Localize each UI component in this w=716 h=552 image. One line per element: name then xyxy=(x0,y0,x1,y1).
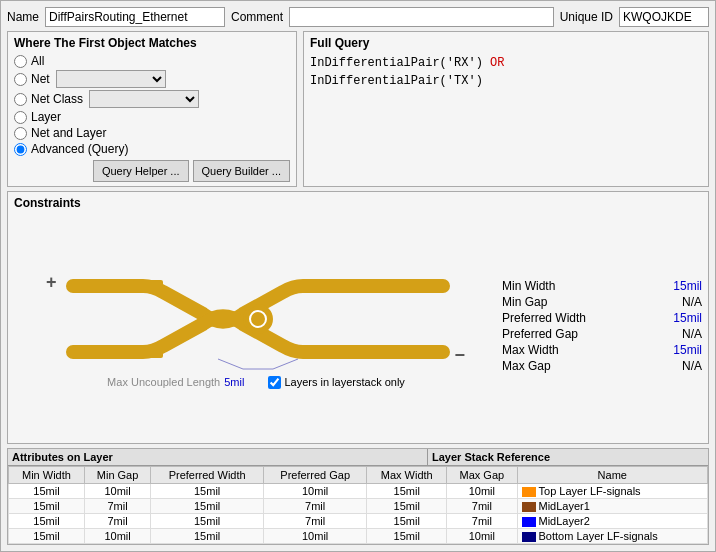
cell-max-gap: 10mil xyxy=(447,483,517,498)
radio-all-label[interactable]: All xyxy=(31,54,44,68)
radio-all[interactable] xyxy=(14,55,27,68)
pref-width-value: 15mil xyxy=(673,311,702,325)
svg-line-7 xyxy=(273,359,298,369)
query-helper-button[interactable]: Query Helper ... xyxy=(93,160,189,182)
max-width-label: Max Width xyxy=(502,343,559,357)
max-gap-value: N/A xyxy=(682,359,702,373)
uniqueid-label: Unique ID xyxy=(560,10,613,24)
cell-max-gap: 10mil xyxy=(447,528,517,543)
radio-advanced-label[interactable]: Advanced (Query) xyxy=(31,142,128,156)
cell-min-width: 15mil xyxy=(9,498,85,513)
diff-pair-svg xyxy=(63,264,453,374)
cell-pref-width: 15mil xyxy=(151,513,264,528)
diagram-area: + xyxy=(14,214,498,439)
name-input[interactable] xyxy=(45,7,225,27)
cell-name: MidLayer1 xyxy=(517,498,707,513)
cell-min-width: 15mil xyxy=(9,528,85,543)
layerstack-header: Layer Stack Reference xyxy=(428,449,708,465)
cell-max-gap: 7mil xyxy=(447,513,517,528)
col-pref-width: Preferred Width xyxy=(151,466,264,483)
radio-netclass-label[interactable]: Net Class xyxy=(31,92,83,106)
cell-name: Top Layer LF-signals xyxy=(517,483,707,498)
radio-row-advanced: Advanced (Query) xyxy=(14,142,290,156)
query-line2: InDifferentialPair('TX') xyxy=(310,72,702,90)
cell-pref-gap: 7mil xyxy=(264,513,367,528)
attributes-table: Min Width Min Gap Preferred Width Prefer… xyxy=(8,466,708,544)
cell-min-gap: 7mil xyxy=(84,498,150,513)
radio-row-netandlayer: Net and Layer xyxy=(14,126,290,140)
cell-min-width: 15mil xyxy=(9,513,85,528)
svg-rect-4 xyxy=(348,280,378,292)
radio-netclass[interactable] xyxy=(14,93,27,106)
radio-netandlayer-label[interactable]: Net and Layer xyxy=(31,126,106,140)
radio-advanced[interactable] xyxy=(14,143,27,156)
table-header-row: Attributes on Layer Layer Stack Referenc… xyxy=(8,449,708,466)
svg-rect-5 xyxy=(348,346,378,358)
cell-pref-width: 15mil xyxy=(151,498,264,513)
query-builder-button[interactable]: Query Builder ... xyxy=(193,160,290,182)
cell-pref-gap: 7mil xyxy=(264,498,367,513)
minus-label: − xyxy=(455,345,466,366)
pref-gap-label: Preferred Gap xyxy=(502,327,578,341)
layers-check-label[interactable]: Layers in layerstack only xyxy=(284,376,404,388)
comment-input[interactable] xyxy=(289,7,554,27)
query-line2-black: InDifferentialPair('TX') xyxy=(310,74,483,88)
cell-min-width: 15mil xyxy=(9,483,85,498)
table-section: Attributes on Layer Layer Stack Referenc… xyxy=(7,448,709,545)
layer-color-swatch xyxy=(522,532,536,542)
constraint-pref-width: Preferred Width 15mil xyxy=(502,311,702,325)
table-body: 15mil 10mil 15mil 10mil 15mil 10mil Top … xyxy=(9,483,708,543)
top-row: Name Comment Unique ID xyxy=(7,7,709,27)
radio-net-label[interactable]: Net xyxy=(31,72,50,86)
cell-max-width: 15mil xyxy=(367,528,447,543)
svg-line-6 xyxy=(218,359,243,369)
radio-net[interactable] xyxy=(14,73,27,86)
constraint-min-width: Min Width 15mil xyxy=(502,279,702,293)
cell-pref-width: 15mil xyxy=(151,528,264,543)
cell-min-gap: 10mil xyxy=(84,528,150,543)
plus-label: + xyxy=(46,272,57,293)
max-uncoupled-label: Max Uncoupled Length xyxy=(107,376,220,388)
col-name: Name xyxy=(517,466,707,483)
cell-pref-gap: 10mil xyxy=(264,483,367,498)
query-line1-red: OR xyxy=(483,56,505,70)
full-query-title: Full Query xyxy=(310,36,702,50)
radio-layer[interactable] xyxy=(14,111,27,124)
cell-min-gap: 7mil xyxy=(84,513,150,528)
col-pref-gap: Preferred Gap xyxy=(264,466,367,483)
attributes-header: Attributes on Layer xyxy=(8,449,428,465)
radio-layer-label[interactable]: Layer xyxy=(31,110,61,124)
radio-row-net: Net xyxy=(14,70,290,88)
constraint-max-gap: Max Gap N/A xyxy=(502,359,702,373)
main-container: Name Comment Unique ID Where The First O… xyxy=(0,0,716,552)
min-gap-label: Min Gap xyxy=(502,295,547,309)
cell-max-width: 15mil xyxy=(367,483,447,498)
uniqueid-input[interactable] xyxy=(619,7,709,27)
query-line1: InDifferentialPair('RX') OR xyxy=(310,54,702,72)
radio-row-netclass: Net Class xyxy=(14,90,290,108)
layers-checkbox[interactable] xyxy=(268,376,281,389)
layer-color-swatch xyxy=(522,487,536,497)
net-dropdown[interactable] xyxy=(56,70,166,88)
max-uncoupled-value: 5mil xyxy=(224,376,244,388)
max-gap-label: Max Gap xyxy=(502,359,551,373)
constraints-body: + xyxy=(14,214,702,439)
table-row: 15mil 10mil 15mil 10mil 15mil 10mil Top … xyxy=(9,483,708,498)
name-label: Name xyxy=(7,10,39,24)
middle-section: Where The First Object Matches All Net N… xyxy=(7,31,709,187)
radio-group: All Net Net Class Layer xyxy=(14,54,290,156)
cell-pref-width: 15mil xyxy=(151,483,264,498)
svg-point-0 xyxy=(244,305,272,333)
query-text: InDifferentialPair('RX') OR InDifferenti… xyxy=(310,54,702,90)
cell-max-width: 15mil xyxy=(367,513,447,528)
constraint-pref-gap: Preferred Gap N/A xyxy=(502,327,702,341)
cell-min-gap: 10mil xyxy=(84,483,150,498)
netclass-dropdown[interactable] xyxy=(89,90,199,108)
cell-name: MidLayer2 xyxy=(517,513,707,528)
radio-netandlayer[interactable] xyxy=(14,127,27,140)
full-query-panel: Full Query InDifferentialPair('RX') OR I… xyxy=(303,31,709,187)
col-max-gap: Max Gap xyxy=(447,466,517,483)
min-width-value: 15mil xyxy=(673,279,702,293)
button-row: Query Helper ... Query Builder ... xyxy=(14,160,290,182)
min-gap-value: N/A xyxy=(682,295,702,309)
